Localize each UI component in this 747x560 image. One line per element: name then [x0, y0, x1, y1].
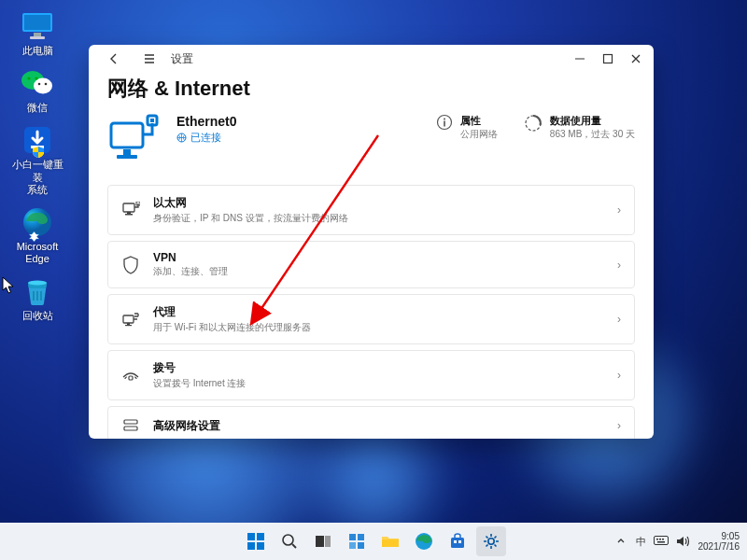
settings-list: 以太网身份验证，IP 和 DNS 设置，按流量计费的网络 › VPN添加、连接、… [107, 185, 635, 439]
svg-point-13 [28, 281, 47, 286]
svg-rect-1 [24, 15, 50, 30]
svg-rect-33 [124, 420, 137, 424]
desktop-icon-label: 微信 [27, 102, 48, 114]
explorer-button[interactable] [375, 526, 405, 556]
svg-rect-16 [123, 149, 131, 155]
row-advanced[interactable]: 高级网络设置 › [107, 406, 635, 439]
desktop-icon-this-pc[interactable]: 此电脑 [7, 7, 67, 59]
svg-rect-26 [127, 212, 131, 214]
info-icon [436, 114, 453, 131]
tray-overflow-button[interactable] [613, 534, 628, 549]
svg-rect-49 [451, 538, 464, 548]
row-dialup[interactable]: 拨号设置拨号 Internet 连接 › [107, 350, 635, 400]
svg-rect-41 [316, 536, 324, 547]
data-usage-link[interactable]: 数据使用量863 MB，过去 30 天 [524, 114, 635, 141]
clock[interactable]: 9:05 2021/7/16 [698, 531, 740, 552]
svg-point-22 [444, 119, 445, 120]
app-title: 设置 [171, 51, 193, 67]
svg-rect-54 [656, 539, 658, 540]
svg-point-7 [35, 77, 37, 80]
svg-rect-25 [123, 203, 134, 212]
ethernet-icon [121, 201, 140, 219]
adapter-status: 已连接 [176, 131, 237, 145]
chevron-right-icon: › [617, 313, 621, 326]
svg-rect-2 [34, 33, 41, 36]
svg-rect-56 [662, 539, 664, 540]
svg-rect-29 [123, 315, 134, 323]
row-proxy[interactable]: 代理用于 Wi-Fi 和以太网连接的代理服务器 › [107, 294, 635, 344]
svg-rect-46 [358, 542, 364, 549]
close-button[interactable] [622, 45, 650, 73]
svg-rect-34 [124, 427, 137, 430]
svg-point-52 [488, 539, 494, 544]
installer-icon [21, 123, 54, 157]
svg-point-40 [283, 535, 293, 545]
advanced-icon [121, 416, 140, 435]
dialup-icon [121, 366, 140, 385]
desktop-icon-label: Microsoft Edge [17, 241, 59, 265]
svg-rect-19 [150, 119, 154, 122]
back-button[interactable] [100, 45, 128, 73]
system-tray: 中 9:05 2021/7/16 [613, 531, 740, 552]
svg-rect-50 [454, 540, 457, 543]
wechat-icon [21, 66, 54, 100]
svg-rect-45 [349, 542, 356, 549]
svg-point-8 [38, 83, 41, 86]
edge-taskbar-button[interactable] [409, 526, 439, 556]
globe-icon [176, 133, 187, 143]
ime-lang[interactable]: 中 [636, 535, 646, 549]
shield-icon [121, 256, 140, 274]
volume-icon[interactable] [676, 534, 691, 549]
svg-rect-17 [117, 155, 137, 159]
properties-link[interactable]: 属性公用网络 [436, 114, 498, 141]
start-button[interactable] [241, 526, 271, 556]
taskbar: 中 9:05 2021/7/16 [0, 523, 747, 560]
desktop-icon-recycle-bin[interactable]: 回收站 [7, 273, 67, 324]
store-button[interactable] [443, 526, 472, 556]
svg-point-5 [34, 78, 52, 94]
titlebar: 设置 [89, 45, 654, 73]
svg-rect-44 [358, 534, 364, 540]
row-vpn[interactable]: VPN添加、连接、管理 › [107, 241, 635, 288]
settings-taskbar-button[interactable] [476, 526, 506, 556]
taskview-button[interactable] [308, 526, 338, 556]
svg-rect-53 [654, 537, 668, 545]
taskbar-center [241, 526, 506, 556]
svg-rect-39 [257, 542, 264, 550]
svg-rect-30 [127, 323, 130, 325]
svg-rect-14 [604, 55, 613, 63]
svg-point-6 [27, 77, 30, 80]
chevron-right-icon: › [617, 419, 621, 432]
desktop-icon-edge[interactable]: Microsoft Edge [7, 203, 67, 267]
minimize-button[interactable] [566, 45, 594, 73]
svg-rect-27 [125, 214, 133, 216]
svg-rect-37 [257, 533, 264, 540]
monitor-icon [21, 9, 54, 43]
chevron-right-icon: › [617, 203, 621, 217]
nav-button[interactable] [135, 45, 163, 73]
settings-content: 网络 & Internet Ethernet0 已连接 属性公用网络 [89, 73, 654, 439]
svg-rect-47 [382, 539, 399, 547]
svg-rect-15 [111, 123, 143, 147]
network-header: Ethernet0 已连接 属性公用网络 数据使用量863 MB，过去 30 天 [107, 114, 635, 168]
svg-rect-3 [30, 36, 45, 39]
svg-rect-32 [129, 376, 133, 380]
desktop-icon-label: 此电脑 [22, 45, 53, 57]
chevron-right-icon: › [617, 369, 621, 382]
maximize-button[interactable] [594, 45, 622, 73]
search-button[interactable] [275, 526, 304, 556]
proxy-icon [121, 310, 140, 329]
desktop-icon-xiaobai[interactable]: 小白一键重装 系统 [7, 121, 67, 198]
desktop-icon-label: 回收站 [22, 310, 53, 322]
adapter-icon [107, 114, 162, 168]
desktop: 此电脑 微信 小白一键重装 系统 Microsoft Edge 回收站 [7, 7, 67, 325]
svg-rect-38 [247, 542, 255, 550]
row-ethernet[interactable]: 以太网身份验证，IP 和 DNS 设置，按流量计费的网络 › [107, 185, 635, 235]
svg-rect-36 [247, 533, 255, 540]
ime-icon[interactable] [654, 534, 669, 549]
desktop-icon-wechat[interactable]: 微信 [7, 64, 67, 116]
svg-rect-23 [444, 121, 445, 127]
edge-icon [21, 205, 54, 239]
widgets-button[interactable] [342, 526, 372, 556]
svg-rect-51 [458, 540, 461, 543]
